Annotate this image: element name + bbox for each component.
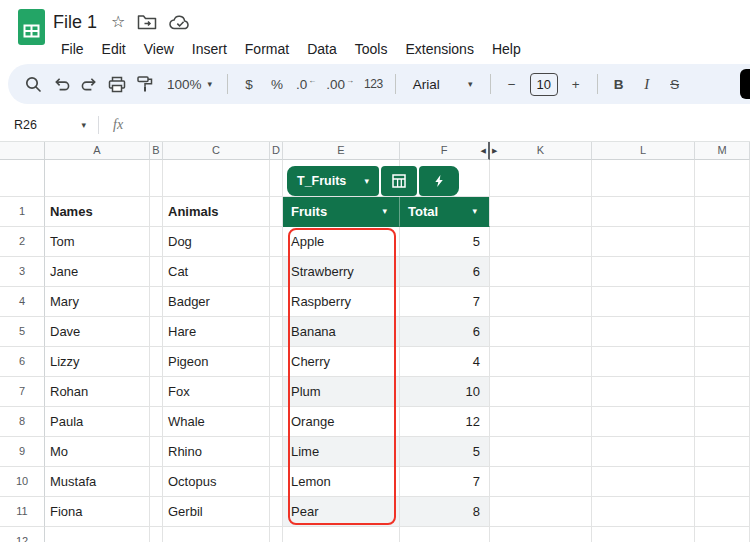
cell-B5[interactable] xyxy=(150,317,163,347)
menu-view[interactable]: View xyxy=(136,38,182,60)
menu-tools[interactable]: Tools xyxy=(347,38,396,60)
cell-C5[interactable]: Hare xyxy=(163,317,270,347)
cell-D3[interactable] xyxy=(270,257,283,287)
cell-C2[interactable]: Dog xyxy=(163,227,270,257)
cell-B6[interactable] xyxy=(150,347,163,377)
select-all-corner[interactable] xyxy=(0,142,45,160)
col-header-E[interactable]: E xyxy=(283,142,400,160)
decrease-font-size-button[interactable]: − xyxy=(499,70,525,98)
row-header-6[interactable]: 6 xyxy=(0,347,45,377)
cell-L9[interactable] xyxy=(592,437,695,467)
col-header-K[interactable]: K▶ xyxy=(490,142,592,160)
cell-E4[interactable]: Raspberry xyxy=(283,287,400,317)
cell-E6[interactable]: Cherry xyxy=(283,347,400,377)
cell-D12[interactable] xyxy=(270,527,283,542)
cell-A12[interactable] xyxy=(45,527,150,542)
currency-button[interactable]: $ xyxy=(236,70,262,98)
percent-button[interactable]: % xyxy=(264,70,290,98)
cell-C1[interactable]: Animals xyxy=(163,197,270,227)
table-autofill-button[interactable] xyxy=(419,166,459,196)
cell-L11[interactable] xyxy=(592,497,695,527)
cell-L3[interactable] xyxy=(592,257,695,287)
cell-A5[interactable]: Dave xyxy=(45,317,150,347)
cell-K5[interactable] xyxy=(490,317,592,347)
cell-M5[interactable] xyxy=(695,317,750,347)
row-header-8[interactable]: 8 xyxy=(0,407,45,437)
cell-F11[interactable]: 8 xyxy=(400,497,490,527)
row-header-10[interactable]: 10 xyxy=(0,467,45,497)
cell-B1[interactable] xyxy=(150,197,163,227)
bold-button[interactable]: B xyxy=(606,70,632,98)
cell-L8[interactable] xyxy=(592,407,695,437)
cell-F8[interactable]: 12 xyxy=(400,407,490,437)
cell-F7[interactable]: 10 xyxy=(400,377,490,407)
font-family-dropdown[interactable]: Arial ▾ xyxy=(404,70,482,98)
menu-edit[interactable]: Edit xyxy=(94,38,134,60)
cell-A7[interactable]: Rohan xyxy=(45,377,150,407)
cell-D7[interactable] xyxy=(270,377,283,407)
cell-A11[interactable]: Fiona xyxy=(45,497,150,527)
cell-E9[interactable]: Lime xyxy=(283,437,400,467)
menu-extensions[interactable]: Extensions xyxy=(397,38,481,60)
hidden-columns-left-icon[interactable]: ◀ xyxy=(481,142,486,159)
col-header-F[interactable]: F◀ xyxy=(400,142,490,160)
cell-D10[interactable] xyxy=(270,467,283,497)
cell-M2[interactable] xyxy=(695,227,750,257)
cell-L10[interactable] xyxy=(592,467,695,497)
cell-D11[interactable] xyxy=(270,497,283,527)
cell-K3[interactable] xyxy=(490,257,592,287)
cell-L7[interactable] xyxy=(592,377,695,407)
cell-D6[interactable] xyxy=(270,347,283,377)
cell-E1[interactable]: Fruits▾ xyxy=(283,197,400,227)
fx-icon[interactable]: fx xyxy=(113,117,123,133)
toolbar-overflow-button[interactable] xyxy=(740,69,750,99)
increase-decimal-button[interactable]: .00 → xyxy=(322,70,358,98)
col-header-B[interactable]: B xyxy=(150,142,163,160)
cell-E7[interactable]: Plum xyxy=(283,377,400,407)
cell-K0[interactable] xyxy=(490,160,592,197)
redo-button[interactable] xyxy=(76,70,102,98)
cell-E8[interactable]: Orange xyxy=(283,407,400,437)
cell-C3[interactable]: Cat xyxy=(163,257,270,287)
cell-E12[interactable] xyxy=(283,527,400,542)
cell-M6[interactable] xyxy=(695,347,750,377)
cell-C9[interactable]: Rhino xyxy=(163,437,270,467)
cell-L12[interactable] xyxy=(592,527,695,542)
cell-M4[interactable] xyxy=(695,287,750,317)
cell-F3[interactable]: 6 xyxy=(400,257,490,287)
cell-B4[interactable] xyxy=(150,287,163,317)
menu-data[interactable]: Data xyxy=(299,38,345,60)
table-view-button[interactable] xyxy=(381,166,417,196)
cell-K4[interactable] xyxy=(490,287,592,317)
cell-D9[interactable] xyxy=(270,437,283,467)
cell-M9[interactable] xyxy=(695,437,750,467)
hidden-columns-right-icon[interactable]: ▶ xyxy=(492,142,497,159)
row-header-11[interactable]: 11 xyxy=(0,497,45,527)
document-title[interactable]: File 1 xyxy=(53,12,97,33)
cell-B3[interactable] xyxy=(150,257,163,287)
decrease-decimal-button[interactable]: .0 ← xyxy=(292,70,320,98)
cell-K1[interactable] xyxy=(490,197,592,227)
cell-B2[interactable] xyxy=(150,227,163,257)
row-header-5[interactable]: 5 xyxy=(0,317,45,347)
col-header-C[interactable]: C xyxy=(163,142,270,160)
table-name-button[interactable]: T_Fruits ▾ xyxy=(287,166,379,196)
cell-E3[interactable]: Strawberry xyxy=(283,257,400,287)
cell-M3[interactable] xyxy=(695,257,750,287)
cell-C12[interactable] xyxy=(163,527,270,542)
undo-button[interactable] xyxy=(48,70,74,98)
print-button[interactable] xyxy=(104,70,130,98)
cell-C0[interactable] xyxy=(163,160,270,197)
cell-A4[interactable]: Mary xyxy=(45,287,150,317)
cell-A8[interactable]: Paula xyxy=(45,407,150,437)
cell-B11[interactable] xyxy=(150,497,163,527)
star-icon[interactable]: ☆ xyxy=(111,14,125,30)
cell-L0[interactable] xyxy=(592,160,695,197)
cell-C10[interactable]: Octopus xyxy=(163,467,270,497)
cell-L2[interactable] xyxy=(592,227,695,257)
cell-F1[interactable]: Total▾ xyxy=(400,197,490,227)
cell-E5[interactable]: Banana xyxy=(283,317,400,347)
strikethrough-button[interactable]: S xyxy=(662,70,688,98)
col-header-A[interactable]: A xyxy=(45,142,150,160)
row-header-1[interactable]: 1 xyxy=(0,197,45,227)
